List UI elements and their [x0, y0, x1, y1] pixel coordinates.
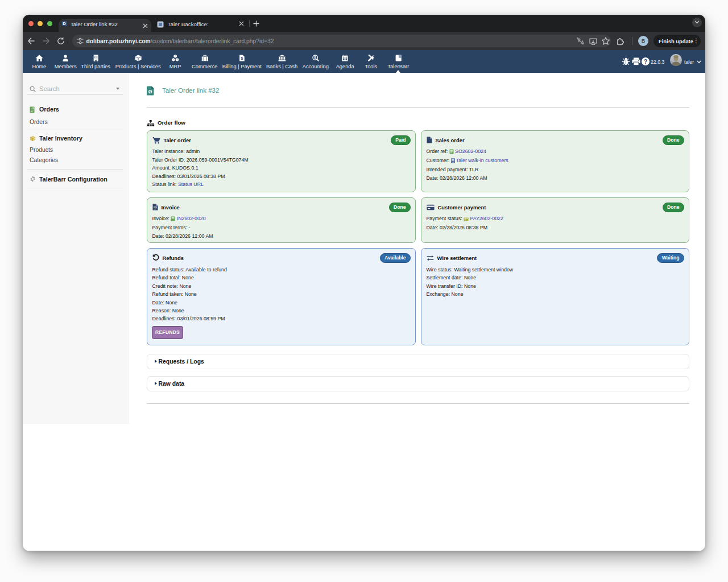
svg-text:$: $: [314, 56, 316, 60]
svg-text:$: $: [241, 56, 243, 61]
svg-text:?: ?: [644, 59, 647, 65]
